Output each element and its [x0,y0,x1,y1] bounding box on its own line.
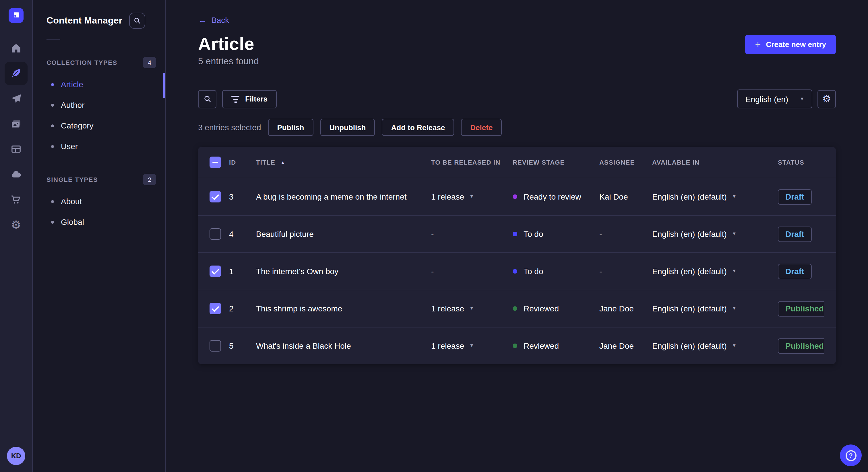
back-arrow-icon: ← [198,15,207,24]
publish-button[interactable]: Publish [268,119,313,136]
cell-assignee: - [599,229,652,239]
status-badge: Draft [778,264,811,279]
sidebar-scrollbar-thumb[interactable] [163,73,165,98]
cell-status: Draft [778,264,825,279]
row-checkbox[interactable] [210,303,221,314]
sidebar-type-item[interactable]: About [46,191,156,212]
column-title[interactable]: TITLE ▲ [256,159,431,166]
media-library-icon[interactable] [5,112,28,135]
help-button[interactable]: ? [840,444,862,466]
releases-paper-plane-icon[interactable] [5,87,28,110]
cell-release[interactable]: 1 release ▼ [431,304,513,313]
type-list: About Global [46,191,156,232]
cell-assignee: Kai Doe [599,192,652,201]
table-header-row: ID TITLE ▲ TO BE RELEASED IN REVIEW STAG… [198,147,836,178]
page-title: Article [198,33,254,55]
cell-id: 2 [229,304,256,313]
deploy-cloud-icon[interactable] [5,163,28,186]
chevron-down-icon: ▼ [800,97,804,101]
release-label: 1 release [431,192,464,201]
sidebar-type-item[interactable]: Article [46,74,156,95]
content-manager-feather-icon[interactable] [5,62,28,85]
cell-id: 1 [229,267,256,276]
table-row[interactable]: 4 Beautiful picture - To do - English (e… [198,215,836,252]
table-row[interactable]: 3 A bug is becoming a meme on the intern… [198,178,836,215]
cell-available-in[interactable]: English (en) (default) ▼ [652,341,778,350]
filters-button[interactable]: Filters [222,90,277,108]
bulk-actions-bar: 3 entries selected Publish Unpublish Add… [198,119,836,136]
main-nav-rail: ⚙ KD [0,0,33,472]
select-all-checkbox[interactable] [210,157,221,168]
column-to-be-released-in[interactable]: TO BE RELEASED IN [431,159,513,166]
sidebar-type-item[interactable]: Author [46,95,156,115]
cell-available-in[interactable]: English (en) (default) ▼ [652,229,778,239]
sidebar-search-button[interactable] [129,12,145,29]
collection-types-header[interactable]: COLLECTION TYPES 4 [46,57,156,68]
single-types-section: SINGLE TYPES 2 About Global [46,174,156,232]
cell-status: Draft [778,189,825,204]
single-types-header[interactable]: SINGLE TYPES 2 [46,174,156,185]
cell-available-in[interactable]: English (en) (default) ▼ [652,192,778,201]
release-label: - [431,229,434,239]
row-checkbox[interactable] [210,340,221,351]
cell-title: The internet's Own boy [256,267,431,276]
release-label: - [431,267,434,276]
cell-status: Published [778,301,825,316]
content-manager-sidebar: Content Manager COLLECTION TYPES 4 Artic… [33,0,166,472]
create-new-entry-button[interactable]: + Create new entry [745,35,836,54]
sidebar-type-item[interactable]: User [46,136,156,157]
locale-caret-icon: ▼ [732,343,737,348]
cell-assignee: - [599,267,652,276]
add-to-release-button[interactable]: Add to Release [382,119,454,136]
cell-available-in[interactable]: English (en) (default) ▼ [652,304,778,313]
cell-available-in[interactable]: English (en) (default) ▼ [652,267,778,276]
column-available-in[interactable]: AVAILABLE IN [652,159,778,166]
bullet-icon [51,83,54,86]
rail-icon-list: ⚙ [5,37,28,236]
column-status[interactable]: STATUS [778,159,825,166]
back-link[interactable]: ← Back [198,15,229,24]
cell-release[interactable]: 1 release ▼ [431,192,513,201]
bullet-icon [51,124,54,127]
column-assignee[interactable]: ASSIGNEE [599,159,652,166]
locale-caret-icon: ▼ [732,232,737,236]
sidebar-type-item[interactable]: Global [46,212,156,232]
release-caret-icon: ▼ [469,306,474,311]
locale-label: English (en) (default) [652,229,727,239]
content-type-builder-icon[interactable] [5,138,28,161]
sidebar-type-item[interactable]: Category [46,115,156,136]
table-row[interactable]: 1 The internet's Own boy - To do - Engli… [198,252,836,290]
release-caret-icon: ▼ [469,194,474,199]
cell-title: A bug is becoming a meme on the internet [256,192,431,201]
locale-select[interactable]: English (en) ▼ [737,90,812,108]
main-content: ← Back Article + Create new entry 5 entr… [166,0,868,472]
row-checkbox[interactable] [210,228,221,240]
cell-release[interactable]: 1 release ▼ [431,341,513,350]
cell-review-stage: To do [513,229,599,239]
unpublish-button[interactable]: Unpublish [320,119,375,136]
cell-release[interactable]: - [431,229,513,239]
column-id[interactable]: ID [229,159,256,166]
status-badge: Published [778,338,825,353]
strapi-logo[interactable] [9,8,24,23]
view-settings-button[interactable]: ⚙ [817,90,836,108]
locale-caret-icon: ▼ [732,269,737,274]
cell-release[interactable]: - [431,267,513,276]
selection-count-text: 3 entries selected [198,123,261,132]
nav-item-label: About [61,197,82,206]
delete-button[interactable]: Delete [461,119,502,136]
table-row[interactable]: 5 What's inside a Black Hole 1 release ▼… [198,327,836,364]
table-row[interactable]: 2 This shrimp is awesome 1 release ▼ Rev… [198,290,836,327]
status-badge: Draft [778,226,811,242]
table-body: 3 A bug is becoming a meme on the intern… [198,178,836,364]
search-button[interactable] [198,90,216,108]
marketplace-cart-icon[interactable] [5,188,28,211]
row-checkbox[interactable] [210,191,221,202]
user-avatar[interactable]: KD [7,447,25,465]
column-review-stage[interactable]: REVIEW STAGE [513,159,599,166]
row-checkbox[interactable] [210,266,221,277]
toolbar: Filters English (en) ▼ ⚙ [198,90,836,108]
home-icon[interactable] [5,37,28,60]
cell-review-stage: Ready to review [513,192,599,201]
settings-gear-icon[interactable]: ⚙ [5,213,28,236]
